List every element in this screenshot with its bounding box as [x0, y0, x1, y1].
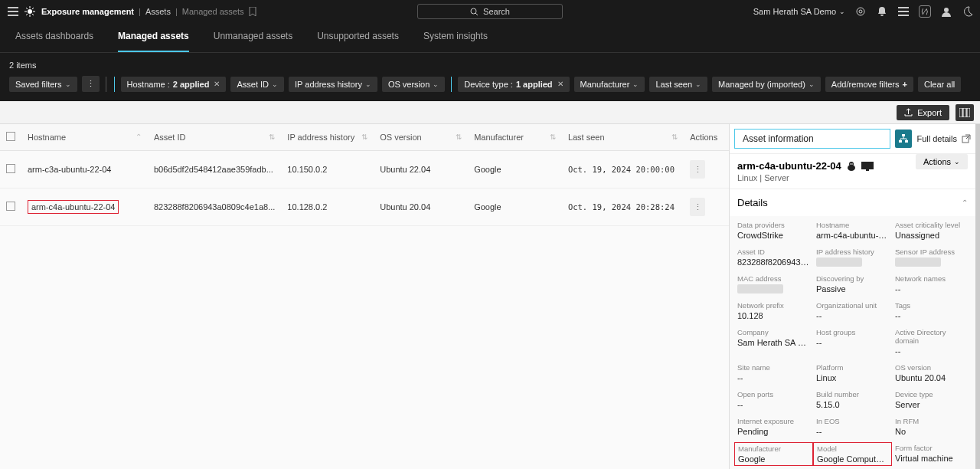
breadcrumb-managed[interactable]: Managed assets [182, 7, 244, 16]
target-icon[interactable] [854, 5, 867, 18]
full-details-link[interactable]: Full details [916, 134, 957, 143]
table-row[interactable]: arm-c4a-ubuntu-22-04823288f8206943a0809c… [0, 189, 729, 226]
svg-rect-22 [905, 140, 908, 143]
col-actions[interactable]: Actions [684, 124, 729, 151]
filter-hostname-[interactable]: Hostname : 2 applied ✕ [121, 77, 227, 92]
table-row[interactable]: arm-c3a-ubuntu-22-04b06d5df2d548412aae35… [0, 151, 729, 189]
search-placeholder: Search [483, 7, 510, 16]
popout-icon[interactable] [962, 134, 971, 143]
svg-rect-18 [963, 108, 966, 117]
detail-in-eos: In EOS-- [816, 417, 889, 436]
bookmark-icon[interactable] [249, 7, 256, 16]
theme-icon[interactable] [962, 5, 974, 18]
actions-button[interactable]: Actions⌄ [916, 154, 968, 169]
menu-icon[interactable] [6, 5, 20, 18]
table-toolbar: Export [0, 101, 980, 124]
columns-button[interactable] [956, 104, 974, 121]
filter-asset-id[interactable]: Asset ID ⌄ [230, 77, 284, 92]
detail-company: CompanySam Herath SA Demo [737, 328, 810, 356]
cell-hostname: arm-c3a-ubuntu-22-04 [21, 151, 148, 189]
detail-open-ports: Open ports-- [737, 390, 810, 409]
detail-platform: PlatformLinux [816, 363, 889, 382]
detail-site-name: Site name-- [737, 363, 810, 382]
sub-tabs: Assets dashboardsManaged assetsUnmanaged… [0, 23, 980, 53]
svg-point-27 [851, 163, 853, 165]
svg-line-10 [475, 13, 478, 15]
tab-unsupported-assets[interactable]: Unsupported assets [317, 31, 399, 52]
logo-icon [24, 6, 35, 17]
svg-rect-29 [866, 169, 869, 171]
filter-ip-address-history[interactable]: IP address history ⌄ [289, 77, 377, 92]
asset-detail-panel: Asset information Full details arm-c4a-u… [729, 124, 975, 469]
svg-point-16 [944, 8, 949, 12]
col-manufacturer[interactable]: Manufacturer⇅ [468, 124, 562, 151]
details-section-header[interactable]: Details ⌃ [730, 189, 975, 216]
svg-point-25 [849, 162, 854, 166]
detail-hostname: Hostnamearm-c4a-ubuntu-22-04 [816, 221, 889, 240]
app-icon[interactable]: ⟨⁄⟩ [919, 5, 931, 18]
svg-line-7 [26, 14, 28, 15]
panel-header-chip[interactable]: Asset information [734, 129, 890, 149]
svg-rect-14 [898, 11, 909, 12]
svg-point-12 [859, 10, 862, 13]
filter-device-type-[interactable]: Device type : 1 applied ✕ [458, 77, 569, 92]
filter-managed-by-imported-[interactable]: Managed by (imported) ⌄ [712, 77, 821, 92]
col-asset-id[interactable]: Asset ID⇅ [148, 124, 281, 151]
filter-last-seen[interactable]: Last seen ⌄ [649, 77, 707, 92]
row-checkbox[interactable] [6, 202, 15, 211]
search-icon [470, 8, 479, 16]
svg-rect-21 [899, 140, 902, 143]
col-ip-address-history[interactable]: IP address history⇅ [281, 124, 374, 151]
breadcrumb-assets[interactable]: Assets [145, 7, 171, 16]
filter-os-version[interactable]: OS version ⌄ [382, 77, 445, 92]
col-last-seen[interactable]: Last seen⇅ [562, 124, 684, 151]
add-remove-filters[interactable]: Add/remove filters + [825, 77, 913, 92]
svg-rect-17 [959, 108, 962, 117]
select-all-checkbox[interactable] [6, 132, 15, 141]
clear-all-filters[interactable]: Clear all [918, 77, 961, 92]
row-actions-menu[interactable]: ⋮ [690, 198, 705, 216]
detail-organizational-unit: Organizational unit-- [816, 301, 889, 320]
svg-point-9 [471, 8, 476, 14]
export-button[interactable]: Export [897, 105, 949, 120]
row-actions-menu[interactable]: ⋮ [690, 160, 705, 179]
export-icon [904, 108, 913, 116]
tab-assets-dashboards[interactable]: Assets dashboards [15, 31, 93, 52]
cell-hostname: arm-c4a-ubuntu-22-04 [21, 189, 148, 226]
global-search[interactable]: Search [417, 4, 563, 19]
tab-managed-assets[interactable]: Managed assets [118, 31, 189, 52]
filter-manufacturer[interactable]: Manufacturer ⌄ [574, 77, 645, 92]
chevron-up-icon: ⌃ [962, 198, 968, 207]
detail-model: ModelGoogle Compute Engine [813, 442, 892, 466]
cell-ip: 10.150.0.2 [281, 151, 374, 189]
cell-os: Ubuntu 20.04 [374, 189, 468, 226]
list-icon[interactable] [897, 5, 910, 18]
breadcrumb-app[interactable]: Exposure management [41, 7, 134, 16]
detail-internet-exposure: Internet exposurePending [737, 417, 810, 436]
detail-os-version: OS versionUbuntu 20.04 [895, 363, 968, 382]
saved-filters-chip[interactable]: Saved filters ⌄ [9, 77, 77, 92]
svg-line-8 [32, 8, 34, 9]
detail-manufacturer: ManufacturerGoogle [734, 442, 813, 466]
row-checkbox[interactable] [6, 164, 15, 173]
detail-form-factor: Form factorVirtual machine [895, 444, 968, 464]
bell-icon[interactable] [876, 5, 888, 18]
linux-icon [846, 161, 857, 172]
svg-rect-15 [898, 15, 909, 16]
scrollbar[interactable] [975, 124, 980, 469]
col-os-version[interactable]: OS version⇅ [374, 124, 468, 151]
svg-rect-28 [861, 162, 874, 169]
hierarchy-icon[interactable] [895, 130, 912, 148]
detail-device-type: Device typeServer [895, 390, 968, 409]
asset-subtitle: Linux | Server [730, 173, 881, 189]
user-icon[interactable] [940, 5, 952, 18]
col-hostname[interactable]: Hostname⌃ [21, 124, 148, 151]
filter-area: 2 items Saved filters ⌄⋮Hostname : 2 app… [0, 53, 980, 101]
asset-table: Hostname⌃Asset ID⇅IP address history⇅OS … [0, 124, 729, 469]
cell-asset_id: 823288f8206943a0809c4e1a8... [148, 189, 281, 226]
tab-system-insights[interactable]: System insights [423, 31, 488, 52]
tab-unmanaged-assets[interactable]: Unmanaged assets [214, 31, 292, 52]
detail-ip-address-history: IP address history [816, 248, 889, 267]
filter-kebab[interactable]: ⋮ [82, 76, 100, 92]
tenant-switcher[interactable]: Sam Herath SA Demo ⌄ [753, 7, 845, 16]
